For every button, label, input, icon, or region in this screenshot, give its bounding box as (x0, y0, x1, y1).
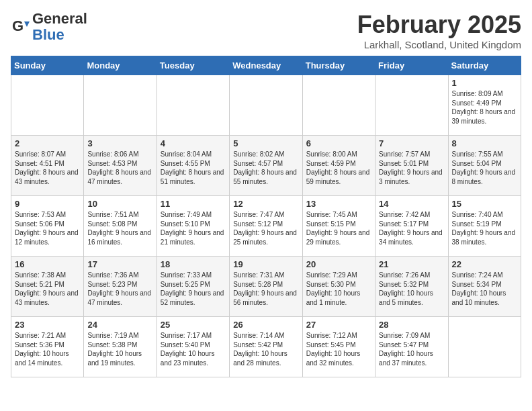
day-cell (448, 317, 521, 377)
day-info: Sunrise: 7:55 AM Sunset: 5:04 PM Dayligh… (452, 150, 517, 186)
header-day-sunday: Sunday (11, 56, 84, 75)
day-info: Sunrise: 7:19 AM Sunset: 5:38 PM Dayligh… (87, 331, 152, 367)
day-info: Sunrise: 7:51 AM Sunset: 5:08 PM Dayligh… (87, 210, 152, 246)
day-info: Sunrise: 7:36 AM Sunset: 5:23 PM Dayligh… (87, 271, 152, 307)
title-block: February 2025 Larkhall, Scotland, United… (357, 11, 521, 50)
day-info: Sunrise: 8:00 AM Sunset: 4:59 PM Dayligh… (306, 150, 371, 186)
header-day-thursday: Thursday (302, 56, 375, 75)
day-info: Sunrise: 7:38 AM Sunset: 5:21 PM Dayligh… (15, 271, 80, 307)
day-cell (230, 75, 302, 136)
day-cell: 24Sunrise: 7:19 AM Sunset: 5:38 PM Dayli… (84, 317, 157, 377)
day-number: 4 (161, 138, 226, 148)
month-title: February 2025 (357, 11, 521, 39)
day-cell: 8Sunrise: 7:55 AM Sunset: 5:04 PM Daylig… (448, 136, 521, 196)
week-row-1: 1Sunrise: 8:09 AM Sunset: 4:49 PM Daylig… (11, 75, 521, 136)
day-cell: 4Sunrise: 8:04 AM Sunset: 4:55 PM Daylig… (157, 136, 229, 196)
header-row: SundayMondayTuesdayWednesdayThursdayFrid… (11, 56, 521, 75)
day-number: 27 (306, 320, 371, 330)
day-info: Sunrise: 7:26 AM Sunset: 5:32 PM Dayligh… (379, 271, 444, 307)
calendar-table: SundayMondayTuesdayWednesdayThursdayFrid… (11, 56, 521, 377)
day-cell: 25Sunrise: 7:17 AM Sunset: 5:40 PM Dayli… (157, 317, 229, 377)
day-number: 26 (233, 320, 298, 330)
location: Larkhall, Scotland, United Kingdom (357, 39, 521, 50)
day-cell (11, 75, 84, 136)
header-day-friday: Friday (375, 56, 448, 75)
day-info: Sunrise: 7:29 AM Sunset: 5:30 PM Dayligh… (306, 271, 371, 307)
day-info: Sunrise: 8:04 AM Sunset: 4:55 PM Dayligh… (161, 150, 226, 186)
day-info: Sunrise: 7:53 AM Sunset: 5:06 PM Dayligh… (15, 210, 80, 246)
logo: G General Blue (11, 11, 87, 43)
logo-blue-text: Blue (32, 26, 64, 43)
day-info: Sunrise: 7:47 AM Sunset: 5:12 PM Dayligh… (233, 210, 298, 246)
day-number: 11 (161, 199, 226, 209)
day-info: Sunrise: 8:06 AM Sunset: 4:53 PM Dayligh… (87, 150, 152, 186)
day-number: 16 (15, 259, 80, 269)
day-number: 19 (233, 259, 298, 269)
day-info: Sunrise: 7:40 AM Sunset: 5:19 PM Dayligh… (452, 210, 517, 246)
day-cell: 26Sunrise: 7:14 AM Sunset: 5:42 PM Dayli… (230, 317, 302, 377)
day-info: Sunrise: 7:24 AM Sunset: 5:34 PM Dayligh… (452, 271, 517, 307)
day-number: 22 (452, 259, 517, 269)
day-cell: 17Sunrise: 7:36 AM Sunset: 5:23 PM Dayli… (84, 257, 157, 317)
day-number: 9 (15, 199, 80, 209)
day-cell (375, 75, 448, 136)
day-number: 6 (306, 138, 371, 148)
day-number: 13 (306, 199, 371, 209)
day-info: Sunrise: 7:49 AM Sunset: 5:10 PM Dayligh… (161, 210, 226, 246)
day-info: Sunrise: 7:09 AM Sunset: 5:47 PM Dayligh… (379, 331, 444, 367)
day-number: 5 (233, 138, 298, 148)
week-row-2: 2Sunrise: 8:07 AM Sunset: 4:51 PM Daylig… (11, 136, 521, 196)
svg-marker-1 (24, 21, 30, 27)
day-number: 1 (452, 78, 517, 88)
header-day-monday: Monday (84, 56, 157, 75)
day-cell: 21Sunrise: 7:26 AM Sunset: 5:32 PM Dayli… (375, 257, 448, 317)
day-info: Sunrise: 7:57 AM Sunset: 5:01 PM Dayligh… (379, 150, 444, 186)
day-cell: 5Sunrise: 8:02 AM Sunset: 4:57 PM Daylig… (230, 136, 302, 196)
day-number: 3 (87, 138, 152, 148)
day-cell: 7Sunrise: 7:57 AM Sunset: 5:01 PM Daylig… (375, 136, 448, 196)
svg-text:G: G (12, 17, 24, 34)
day-cell: 6Sunrise: 8:00 AM Sunset: 4:59 PM Daylig… (302, 136, 375, 196)
day-cell: 13Sunrise: 7:45 AM Sunset: 5:15 PM Dayli… (302, 196, 375, 257)
week-row-5: 23Sunrise: 7:21 AM Sunset: 5:36 PM Dayli… (11, 317, 521, 377)
day-info: Sunrise: 7:45 AM Sunset: 5:15 PM Dayligh… (306, 210, 371, 246)
day-number: 21 (379, 259, 444, 269)
page-header: G General Blue February 2025 Larkhall, S… (11, 11, 521, 50)
day-cell: 10Sunrise: 7:51 AM Sunset: 5:08 PM Dayli… (84, 196, 157, 257)
day-info: Sunrise: 8:02 AM Sunset: 4:57 PM Dayligh… (233, 150, 298, 186)
day-number: 25 (161, 320, 226, 330)
day-cell: 23Sunrise: 7:21 AM Sunset: 5:36 PM Dayli… (11, 317, 84, 377)
day-info: Sunrise: 7:12 AM Sunset: 5:45 PM Dayligh… (306, 331, 371, 367)
day-cell (84, 75, 157, 136)
day-cell: 3Sunrise: 8:06 AM Sunset: 4:53 PM Daylig… (84, 136, 157, 196)
logo-general-text: General (32, 10, 87, 27)
day-number: 7 (379, 138, 444, 148)
day-cell: 9Sunrise: 7:53 AM Sunset: 5:06 PM Daylig… (11, 196, 84, 257)
day-info: Sunrise: 7:42 AM Sunset: 5:17 PM Dayligh… (379, 210, 444, 246)
week-row-3: 9Sunrise: 7:53 AM Sunset: 5:06 PM Daylig… (11, 196, 521, 257)
day-info: Sunrise: 7:31 AM Sunset: 5:28 PM Dayligh… (233, 271, 298, 307)
header-day-tuesday: Tuesday (157, 56, 229, 75)
day-cell: 19Sunrise: 7:31 AM Sunset: 5:28 PM Dayli… (230, 257, 302, 317)
header-day-wednesday: Wednesday (230, 56, 302, 75)
day-cell: 1Sunrise: 8:09 AM Sunset: 4:49 PM Daylig… (448, 75, 521, 136)
day-info: Sunrise: 7:21 AM Sunset: 5:36 PM Dayligh… (15, 331, 80, 367)
day-cell: 12Sunrise: 7:47 AM Sunset: 5:12 PM Dayli… (230, 196, 302, 257)
day-number: 8 (452, 138, 517, 148)
day-cell: 18Sunrise: 7:33 AM Sunset: 5:25 PM Dayli… (157, 257, 229, 317)
day-cell (157, 75, 229, 136)
day-number: 14 (379, 199, 444, 209)
logo-icon: G (11, 17, 30, 36)
day-cell: 28Sunrise: 7:09 AM Sunset: 5:47 PM Dayli… (375, 317, 448, 377)
day-number: 10 (87, 199, 152, 209)
header-day-saturday: Saturday (448, 56, 521, 75)
day-cell (302, 75, 375, 136)
day-info: Sunrise: 7:14 AM Sunset: 5:42 PM Dayligh… (233, 331, 298, 367)
day-cell: 20Sunrise: 7:29 AM Sunset: 5:30 PM Dayli… (302, 257, 375, 317)
day-cell: 15Sunrise: 7:40 AM Sunset: 5:19 PM Dayli… (448, 196, 521, 257)
day-info: Sunrise: 8:09 AM Sunset: 4:49 PM Dayligh… (452, 89, 517, 126)
day-cell: 14Sunrise: 7:42 AM Sunset: 5:17 PM Dayli… (375, 196, 448, 257)
day-number: 24 (87, 320, 152, 330)
day-info: Sunrise: 7:17 AM Sunset: 5:40 PM Dayligh… (161, 331, 226, 367)
day-cell: 27Sunrise: 7:12 AM Sunset: 5:45 PM Dayli… (302, 317, 375, 377)
